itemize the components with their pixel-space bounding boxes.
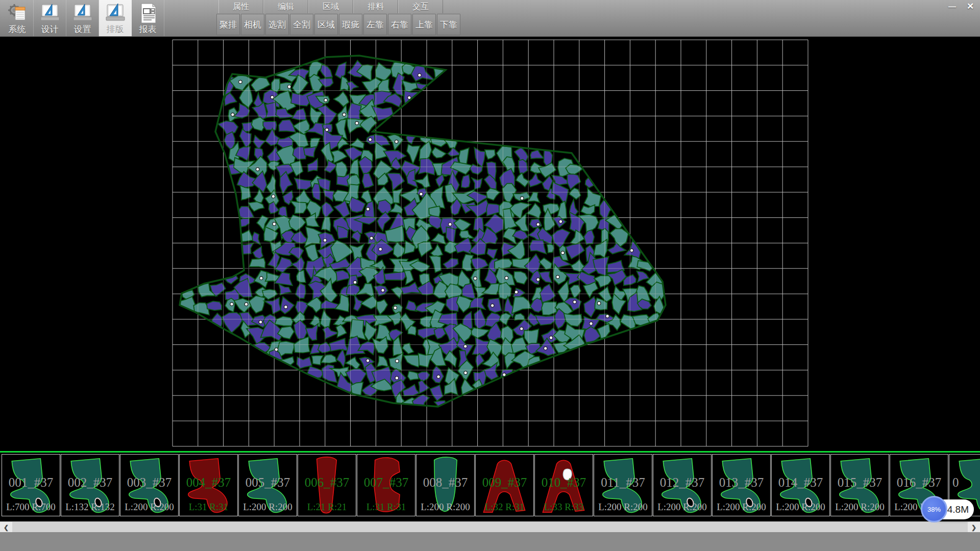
thumbnail-cell-12[interactable]: 012_#37L:200 R:200 bbox=[653, 454, 712, 516]
nesting-canvas[interactable] bbox=[0, 37, 980, 451]
tool-button-3[interactable]: 选割 bbox=[265, 14, 289, 35]
piece-lr-values: L:200 R:200 bbox=[713, 502, 770, 512]
main-button-label: 系统 bbox=[9, 24, 26, 35]
piece-number: 013_#37 bbox=[713, 476, 770, 489]
minimize-button[interactable]: — bbox=[945, 1, 959, 11]
usage-percent-value: 38% bbox=[927, 506, 941, 513]
piece-number: 009_#37 bbox=[476, 476, 533, 489]
thumbnail-cell-3[interactable]: 003_#37L:200 R:200 bbox=[120, 454, 179, 516]
settings-ruler-icon bbox=[71, 2, 94, 24]
piece-lr-values: L:200 R:200 bbox=[831, 502, 889, 512]
tool-button-4[interactable]: 全割 bbox=[290, 14, 313, 35]
piece-number: 014_#37 bbox=[772, 476, 829, 489]
horizontal-scrollbar[interactable]: ❮ ❯ bbox=[0, 521, 980, 532]
tool-button-7[interactable]: 左靠 bbox=[363, 14, 387, 35]
main-button-4[interactable]: 排版 bbox=[99, 0, 132, 36]
ribbon-toolbar: 系统设计设置排版报表 属性编辑区域排料交互 聚排相机选割全割区域瑕疵左靠右靠上靠… bbox=[0, 0, 980, 37]
piece-lr-values: L:700 R:700 bbox=[2, 502, 60, 512]
status-footer bbox=[0, 532, 980, 551]
piece-lr-values: L:200 R:200 bbox=[594, 502, 652, 512]
tool-button-6[interactable]: 瑕疵 bbox=[339, 14, 362, 35]
main-button-label: 排版 bbox=[107, 24, 124, 35]
piece-number: 007_#37 bbox=[357, 476, 415, 489]
piece-lr-values: L:200 R:200 bbox=[120, 502, 178, 512]
usage-percent-badge: 38% bbox=[921, 496, 947, 522]
piece-number: 010_#37 bbox=[535, 476, 593, 489]
main-button-5[interactable]: 报表 bbox=[132, 0, 164, 36]
menu-tab-3[interactable]: 区域 bbox=[308, 0, 353, 13]
piece-lr-values: L:200 R:200 bbox=[772, 502, 829, 512]
thumbnail-cells: 001_#37L:700 R:700002_#37L:132 R:132003_… bbox=[2, 454, 980, 516]
window-controls: — ✕ bbox=[945, 1, 977, 11]
thumbnail-cell-1[interactable]: 001_#37L:700 R:700 bbox=[2, 454, 60, 516]
menu-tab-5[interactable]: 交互 bbox=[398, 0, 443, 13]
ribbon-main-buttons: 系统设计设置排版报表 bbox=[1, 0, 164, 37]
piece-number: 0 bbox=[949, 476, 980, 489]
main-button-3[interactable]: 设置 bbox=[66, 0, 99, 36]
piece-number: 008_#37 bbox=[416, 476, 474, 489]
thumbnail-cell-4[interactable]: 004_#37L:31 R:31 bbox=[179, 454, 238, 516]
piece-lr-values: L:31 R:31 bbox=[357, 502, 415, 512]
menu-tab-4[interactable]: 排料 bbox=[353, 0, 398, 13]
system-gear-icon bbox=[6, 2, 29, 24]
piece-number: 001_#37 bbox=[2, 476, 60, 489]
tool-button-2[interactable]: 相机 bbox=[241, 14, 264, 35]
piece-lr-values: L:21 R:21 bbox=[298, 502, 356, 512]
scroll-left-arrow-icon[interactable]: ❮ bbox=[0, 522, 12, 533]
tool-button-10[interactable]: 下靠 bbox=[437, 14, 460, 35]
thumbnail-cell-7[interactable]: 007_#37L:31 R:31 bbox=[357, 454, 415, 516]
thumbnail-cell-10[interactable]: 010_#37L:33 R:33 bbox=[534, 454, 593, 516]
design-ruler-icon bbox=[39, 2, 61, 24]
thumbnail-cell-11[interactable]: 011_#37L:200 R:200 bbox=[594, 454, 652, 516]
thumbnail-cell-2[interactable]: 002_#37L:132 R:132 bbox=[61, 454, 119, 516]
thumbnail-cell-8[interactable]: 008_#37L:200 R:200 bbox=[416, 454, 475, 516]
close-button[interactable]: ✕ bbox=[964, 1, 977, 11]
piece-number: 016_#37 bbox=[890, 476, 948, 489]
piece-number: 015_#37 bbox=[831, 476, 889, 489]
thumbnail-cell-14[interactable]: 014_#37L:200 R:200 bbox=[771, 454, 830, 516]
report-icon bbox=[137, 2, 159, 24]
piece-number: 006_#37 bbox=[298, 476, 356, 489]
menu-tab-2[interactable]: 编辑 bbox=[263, 0, 308, 13]
menu-tab-1[interactable]: 属性 bbox=[218, 0, 263, 13]
piece-lr-values: L:31 R:31 bbox=[180, 502, 237, 512]
piece-lr-values: L:132 R:132 bbox=[61, 502, 119, 512]
thumbnail-cell-15[interactable]: 015_#37L:200 R:200 bbox=[830, 454, 889, 516]
scroll-right-arrow-icon[interactable]: ❯ bbox=[968, 522, 980, 533]
piece-number: 004_#37 bbox=[180, 476, 237, 489]
thumbnail-cell-6[interactable]: 006_#37L:21 R:21 bbox=[298, 454, 356, 516]
piece-lr-values: L:200 R:200 bbox=[653, 502, 711, 512]
piece-number: 011_#37 bbox=[594, 476, 652, 489]
main-button-2[interactable]: 设计 bbox=[34, 0, 66, 36]
piece-number: 003_#37 bbox=[120, 476, 178, 489]
piece-lr-values: L:200 R:200 bbox=[416, 502, 474, 512]
thumbnail-cell-5[interactable]: 005_#37L:200 R:200 bbox=[238, 454, 297, 516]
thumbnail-cell-9[interactable]: 009_#37L:32 R:31 bbox=[475, 454, 534, 516]
piece-thumbnail-strip: 001_#37L:700 R:700002_#37L:132 R:132003_… bbox=[0, 451, 980, 518]
strip-top-line bbox=[0, 451, 980, 453]
nesting-ruler-icon bbox=[104, 2, 127, 24]
piece-lr-values: L:200 R:200 bbox=[239, 502, 297, 512]
piece-lr-values: L:32 R:31 bbox=[476, 502, 533, 512]
tool-button-8[interactable]: 右靠 bbox=[388, 14, 411, 35]
piece-number: 002_#37 bbox=[61, 476, 119, 489]
tool-button-9[interactable]: 上靠 bbox=[412, 14, 436, 35]
main-button-label: 设置 bbox=[74, 24, 91, 35]
piece-number: 012_#37 bbox=[653, 476, 711, 489]
piece-number: 005_#37 bbox=[239, 476, 297, 489]
ribbon-menu-tabs: 属性编辑区域排料交互 bbox=[218, 0, 443, 13]
nesting-canvas-area bbox=[0, 37, 980, 451]
tool-button-1[interactable]: 聚排 bbox=[216, 14, 240, 35]
ribbon-tool-row: 聚排相机选割全割区域瑕疵左靠右靠上靠下靠 bbox=[216, 14, 460, 36]
tool-button-5[interactable]: 区域 bbox=[314, 14, 338, 35]
main-button-1[interactable]: 系统 bbox=[1, 0, 34, 36]
main-button-label: 报表 bbox=[139, 24, 157, 35]
main-button-label: 设计 bbox=[41, 24, 59, 35]
piece-lr-values: L:33 R:33 bbox=[535, 502, 593, 512]
thumbnail-cell-13[interactable]: 013_#37L:200 R:200 bbox=[712, 454, 771, 516]
